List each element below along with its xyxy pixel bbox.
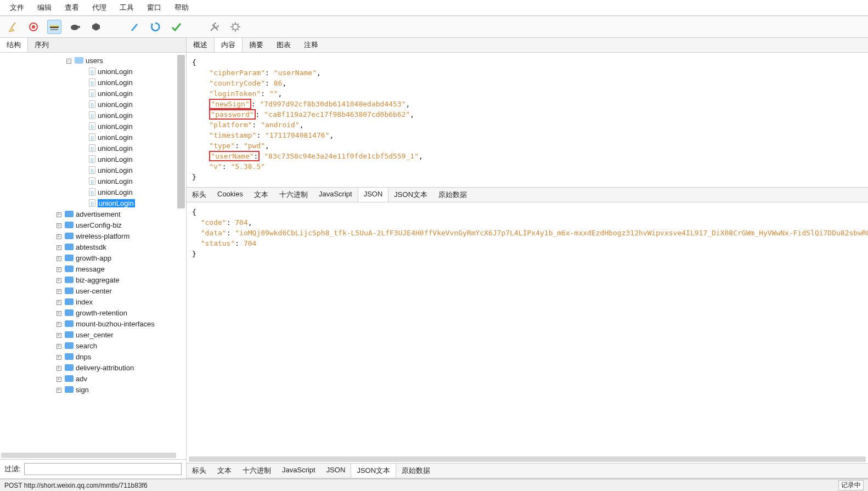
tab-overview[interactable]: 概述 [187, 38, 214, 52]
rtab-cookies[interactable]: Cookies [212, 188, 249, 202]
menu-help[interactable]: 帮助 [168, 1, 195, 14]
tree-folder[interactable]: +wireless-platform [4, 230, 186, 241]
tree-item-unionlogin[interactable]: {}unionLogin [4, 132, 186, 143]
menu-view[interactable]: 查看 [58, 1, 86, 14]
expand-icon[interactable]: + [55, 244, 63, 250]
rtab-text[interactable]: 文本 [249, 188, 274, 202]
collapse-icon[interactable]: − [65, 58, 72, 64]
tree-item-unionlogin[interactable]: {}unionLogin [4, 121, 186, 132]
menu-tools[interactable]: 工具 [113, 1, 140, 14]
check-icon[interactable] [169, 20, 183, 34]
expand-icon[interactable]: + [55, 233, 63, 239]
tab-chart[interactable]: 图表 [270, 38, 297, 52]
tree-folder[interactable]: +search [4, 340, 186, 351]
record-icon[interactable] [26, 20, 41, 34]
menu-proxy[interactable]: 代理 [86, 1, 113, 14]
hexagon-icon[interactable] [89, 20, 103, 34]
menu-file[interactable]: 文件 [3, 1, 31, 14]
tree-item-unionlogin[interactable]: {}unionLogin [4, 88, 186, 99]
tree-folder[interactable]: +growth-retention [4, 307, 186, 318]
tree-folder[interactable]: +adv [4, 373, 186, 384]
expand-icon[interactable]: + [55, 387, 63, 393]
file-icon: {} [89, 144, 95, 152]
filter-input[interactable] [24, 463, 182, 475]
rtab-jsontext[interactable]: JSON文本 [388, 188, 433, 202]
tab-sequence[interactable]: 序列 [28, 38, 55, 52]
btab-text[interactable]: 文本 [212, 464, 237, 478]
expand-icon[interactable]: + [55, 343, 63, 349]
pen-icon[interactable] [127, 20, 142, 34]
tree-view[interactable]: −users{}unionLogin{}unionLogin{}unionLog… [0, 53, 186, 459]
tab-summary[interactable]: 摘要 [243, 38, 270, 52]
btab-hex[interactable]: 十六进制 [237, 464, 277, 478]
expand-icon[interactable]: + [55, 310, 63, 316]
statusbar: POST http://short.weixin.qq.com/mmtls/71… [0, 479, 868, 491]
tree-folder[interactable]: +sign [4, 384, 186, 395]
tree-item-unionlogin[interactable]: {}unionLogin [4, 187, 186, 197]
tree-scrollbar-horiz[interactable] [1, 453, 176, 458]
tree-folder[interactable]: +dnps [4, 351, 186, 362]
tree-item-unionlogin[interactable]: {}unionLogin [4, 66, 186, 77]
rtab-hex[interactable]: 十六进制 [274, 188, 313, 202]
expand-icon[interactable]: + [55, 332, 63, 338]
toolbar [0, 16, 868, 38]
gear-icon[interactable] [228, 20, 243, 34]
tab-content[interactable]: 内容 [214, 38, 243, 52]
tree-folder[interactable]: +abtestsdk [4, 241, 186, 252]
rtab-json[interactable]: JSON [358, 188, 389, 202]
tree-item-unionlogin[interactable]: {}unionLogin [4, 143, 186, 154]
tree-folder[interactable]: +advertisement [4, 208, 186, 219]
btab-headers[interactable]: 标头 [187, 464, 212, 478]
tree-folder[interactable]: +userConfig-biz [4, 219, 186, 230]
tree-folder[interactable]: +delivery-attribution [4, 362, 186, 373]
broom-icon[interactable] [5, 20, 20, 34]
expand-icon[interactable]: + [55, 222, 63, 228]
tools-icon[interactable] [207, 20, 222, 34]
expand-icon[interactable]: + [55, 266, 63, 272]
tree-item-unionlogin[interactable]: {}unionLogin [4, 176, 186, 187]
tree-folder[interactable]: +mount-buzhou-interfaces [4, 318, 186, 329]
svg-point-11 [233, 24, 238, 30]
tree-item-unionlogin[interactable]: {}unionLogin [4, 77, 186, 88]
tree-folder[interactable]: +message [4, 263, 186, 274]
btab-json[interactable]: JSON [321, 464, 351, 478]
tree-folder[interactable]: +user_center [4, 329, 186, 340]
response-json-view[interactable]: { "code": 704, "data": "ioMQj09wkd6CbLij… [187, 202, 868, 463]
refresh-icon[interactable] [148, 20, 162, 34]
tree-item-unionlogin[interactable]: {}unionLogin [4, 197, 186, 208]
tree-scrollbar-vert[interactable] [177, 55, 185, 208]
menu-window[interactable]: 窗口 [140, 1, 168, 14]
tree-folder[interactable]: +biz-aggregate [4, 274, 186, 285]
tab-structure[interactable]: 结构 [0, 38, 28, 52]
response-scrollbar-horiz[interactable] [189, 456, 866, 462]
tree-item-unionlogin[interactable]: {}unionLogin [4, 110, 186, 121]
expand-icon[interactable]: + [55, 376, 63, 382]
rtab-js[interactable]: JavaScript [313, 188, 358, 202]
tree-folder[interactable]: +index [4, 296, 186, 307]
rtab-raw[interactable]: 原始数据 [433, 188, 472, 202]
tree-folder-users[interactable]: −users [4, 55, 186, 66]
tree-folder[interactable]: +growth-app [4, 252, 186, 263]
expand-icon[interactable]: + [55, 365, 63, 371]
expand-icon[interactable]: + [55, 354, 63, 360]
turtle-icon[interactable] [68, 20, 82, 34]
expand-icon[interactable]: + [55, 288, 63, 294]
btab-raw[interactable]: 原始数据 [396, 464, 436, 478]
tree-item-unionlogin[interactable]: {}unionLogin [4, 165, 186, 176]
throttle-icon[interactable] [47, 20, 61, 34]
expand-icon[interactable]: + [55, 255, 63, 261]
tree-item-unionlogin[interactable]: {}unionLogin [4, 154, 186, 165]
expand-icon[interactable]: + [55, 277, 63, 283]
tab-notes[interactable]: 注释 [297, 38, 325, 52]
tree-item-unionlogin[interactable]: {}unionLogin [4, 99, 186, 110]
expand-icon[interactable]: + [55, 299, 63, 305]
btab-jsontext[interactable]: JSON文本 [351, 464, 396, 478]
rtab-headers[interactable]: 标头 [187, 188, 212, 202]
expand-icon[interactable]: + [55, 321, 63, 327]
menu-edit[interactable]: 编辑 [31, 1, 58, 14]
tree-label: mount-buzhou-interfaces [76, 320, 155, 328]
request-json-view[interactable]: { "cipherParam": "userName", "countryCod… [187, 53, 868, 187]
btab-js[interactable]: JavaScript [277, 464, 321, 478]
expand-icon[interactable]: + [55, 211, 63, 217]
tree-folder[interactable]: +user-center [4, 285, 186, 296]
